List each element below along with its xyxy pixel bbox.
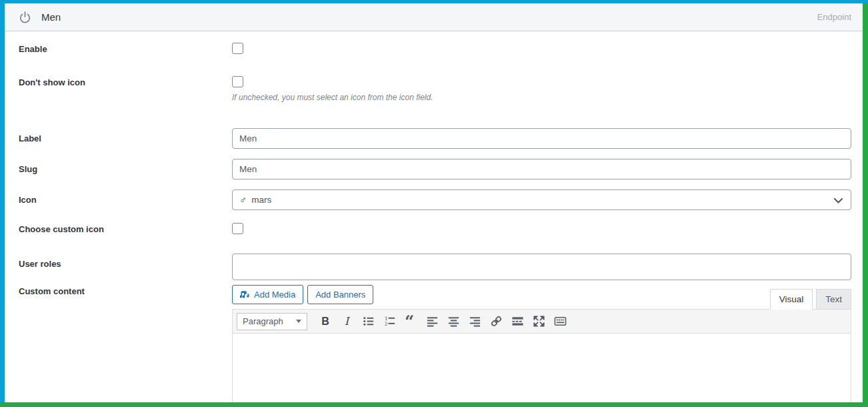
media-buttons: Add Media Add Banners bbox=[232, 285, 767, 304]
icon-row: Icon ♂ mars bbox=[5, 189, 863, 210]
toolbar-toggle-button[interactable] bbox=[550, 313, 570, 330]
choose-custom-icon-row: Choose custom icon bbox=[5, 223, 863, 237]
enable-row: Enable bbox=[5, 43, 863, 57]
panel-header: Men Endpoint bbox=[5, 3, 863, 31]
user-roles-row: User roles bbox=[5, 254, 863, 280]
editor-tabs: Visual Text bbox=[767, 289, 851, 310]
panel-body: Men Endpoint Enable Don't show icon If u… bbox=[5, 3, 863, 402]
user-roles-input[interactable] bbox=[232, 254, 851, 280]
bulleted-list-button[interactable] bbox=[358, 313, 378, 330]
dont-show-icon-row: Don't show icon If unchecked, you must s… bbox=[5, 76, 863, 102]
toolbar-toggle-icon bbox=[554, 315, 567, 328]
slug-input[interactable] bbox=[232, 159, 851, 179]
tab-visual[interactable]: Visual bbox=[770, 289, 813, 310]
align-left-icon bbox=[426, 315, 439, 328]
icon-select[interactable]: ♂ mars bbox=[232, 189, 851, 210]
frame-border-right bbox=[863, 3, 868, 402]
enable-label: Enable bbox=[19, 43, 232, 54]
bulleted-list-icon bbox=[362, 315, 375, 328]
slug-row: Slug bbox=[5, 159, 863, 179]
choose-custom-icon-checkbox[interactable] bbox=[232, 223, 243, 234]
caret-down-icon bbox=[296, 320, 301, 323]
read-more-icon bbox=[511, 315, 524, 328]
blockquote-button[interactable]: “ bbox=[401, 313, 421, 330]
add-banners-button[interactable]: Add Banners bbox=[307, 285, 373, 304]
paragraph-format-select[interactable]: Paragraph bbox=[237, 313, 307, 330]
power-icon[interactable] bbox=[19, 11, 31, 23]
read-more-button[interactable] bbox=[507, 313, 527, 330]
link-button[interactable] bbox=[486, 313, 506, 330]
italic-button[interactable]: I bbox=[337, 313, 357, 330]
fullscreen-button[interactable] bbox=[529, 313, 549, 330]
numbered-list-icon: 1 2 bbox=[383, 315, 396, 328]
media-icon bbox=[240, 290, 250, 300]
link-icon bbox=[490, 315, 503, 328]
align-center-icon bbox=[447, 315, 460, 328]
svg-text:“: “ bbox=[405, 315, 414, 328]
bold-icon: B bbox=[321, 316, 329, 328]
label-input[interactable] bbox=[232, 128, 851, 149]
label-row: Label bbox=[5, 128, 863, 149]
fullscreen-icon bbox=[533, 315, 545, 328]
page-title: Men bbox=[41, 11, 61, 23]
tab-text-label: Text bbox=[825, 294, 842, 304]
blockquote-icon: “ bbox=[405, 315, 417, 328]
svg-text:2: 2 bbox=[384, 321, 387, 327]
align-left-button[interactable] bbox=[422, 313, 442, 330]
enable-checkbox[interactable] bbox=[232, 43, 243, 54]
dont-show-icon-help: If unchecked, you must select an icon fr… bbox=[232, 93, 851, 102]
custom-content-label: Custom content bbox=[19, 285, 232, 296]
frame-border-left bbox=[0, 3, 5, 402]
choose-custom-icon-label: Choose custom icon bbox=[19, 223, 232, 234]
italic-icon: I bbox=[345, 315, 349, 328]
bold-button[interactable]: B bbox=[315, 313, 335, 330]
align-center-button[interactable] bbox=[443, 313, 463, 330]
dont-show-icon-label: Don't show icon bbox=[19, 76, 232, 87]
frame-border-top bbox=[0, 0, 868, 3]
label-field-label: Label bbox=[19, 128, 232, 143]
settings-form: Enable Don't show icon If unchecked, you… bbox=[5, 31, 863, 407]
visual-editor: Paragraph B I bbox=[232, 309, 851, 407]
tab-visual-label: Visual bbox=[779, 294, 804, 304]
tab-text[interactable]: Text bbox=[816, 289, 851, 310]
men-endpoint-panel: Men Endpoint Enable Don't show icon If u… bbox=[0, 0, 868, 407]
paragraph-format-value: Paragraph bbox=[243, 316, 296, 326]
add-banners-label: Add Banners bbox=[315, 290, 365, 300]
editor-header: Add Media Add Banners Visual Text bbox=[232, 285, 851, 309]
icon-field-label: Icon bbox=[19, 189, 232, 205]
slug-field-label: Slug bbox=[19, 159, 232, 174]
numbered-list-button[interactable]: 1 2 bbox=[379, 313, 399, 330]
chevron-down-icon bbox=[834, 198, 843, 204]
user-roles-label: User roles bbox=[19, 254, 232, 269]
mars-icon: ♂ bbox=[239, 194, 247, 206]
icon-select-value: mars bbox=[251, 195, 271, 205]
dont-show-icon-checkbox[interactable] bbox=[232, 76, 243, 87]
add-media-label: Add Media bbox=[254, 290, 295, 300]
align-right-button[interactable] bbox=[465, 313, 485, 330]
add-media-button[interactable]: Add Media bbox=[232, 285, 303, 304]
align-right-icon bbox=[469, 315, 481, 328]
editor-content-area[interactable] bbox=[233, 334, 851, 403]
editor-toolbar: Paragraph B I bbox=[233, 310, 851, 334]
frame-border-bottom bbox=[0, 402, 868, 407]
endpoint-label: Endpoint bbox=[817, 12, 851, 22]
custom-content-row: Custom content Add Media bbox=[5, 285, 863, 407]
